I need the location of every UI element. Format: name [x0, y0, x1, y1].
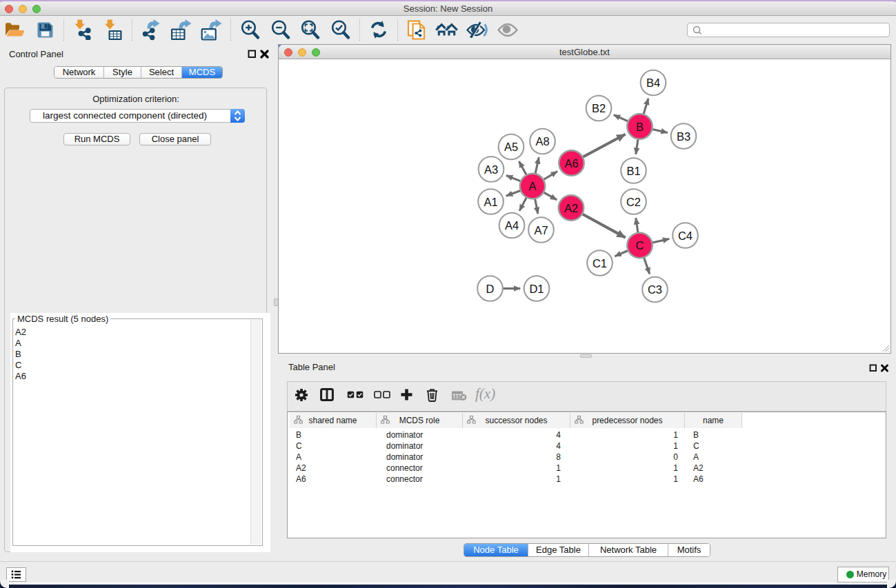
- svg-text:B4: B4: [646, 77, 660, 89]
- svg-text:A6: A6: [564, 157, 578, 170]
- svg-text:C1: C1: [593, 257, 607, 270]
- svg-text:C3: C3: [648, 283, 662, 296]
- svg-text:B1: B1: [626, 165, 640, 177]
- svg-text:A1: A1: [484, 196, 497, 208]
- svg-text:A4: A4: [505, 219, 519, 232]
- svg-text:A8: A8: [535, 135, 549, 148]
- svg-text:B: B: [636, 121, 644, 133]
- svg-text:C4: C4: [678, 230, 693, 242]
- svg-text:B3: B3: [677, 130, 690, 143]
- svg-text:D: D: [486, 283, 495, 295]
- svg-text:C2: C2: [626, 196, 641, 208]
- svg-text:B2: B2: [592, 102, 606, 114]
- svg-text:A7: A7: [534, 224, 548, 236]
- svg-text:D1: D1: [529, 283, 544, 295]
- svg-text:A2: A2: [564, 202, 578, 214]
- svg-text:C: C: [636, 239, 644, 252]
- svg-text:A3: A3: [484, 163, 498, 176]
- svg-text:A5: A5: [504, 141, 518, 153]
- svg-text:A: A: [528, 180, 536, 192]
